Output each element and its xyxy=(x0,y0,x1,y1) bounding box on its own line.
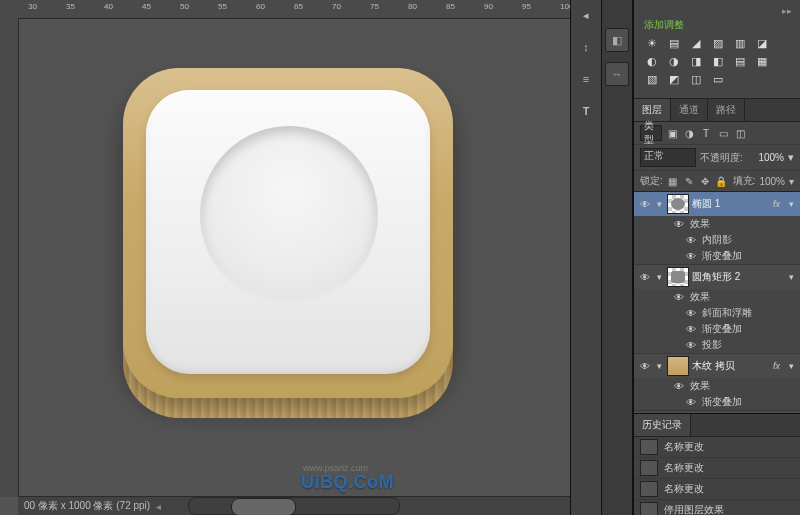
lock-pixels-icon[interactable]: ✎ xyxy=(683,176,695,187)
layer-filter-kind[interactable]: 类型 xyxy=(640,125,662,141)
effect-inner-shadow[interactable]: 👁内阴影 xyxy=(634,232,800,248)
adj-gradientmap-icon[interactable]: ◫ xyxy=(688,72,704,86)
chevron-down-icon[interactable]: ▾ xyxy=(789,176,794,187)
adj-curves-icon[interactable]: ◢ xyxy=(688,36,704,50)
opacity-value[interactable]: 100% xyxy=(758,152,784,163)
visibility-toggle-icon[interactable]: 👁 xyxy=(638,272,652,283)
ruler-horizontal[interactable]: 30 35 40 45 50 55 60 65 70 75 80 85 90 9… xyxy=(18,0,570,19)
effects-header[interactable]: 👁效果 xyxy=(634,378,800,394)
blend-row: 正常 不透明度: 100% ▾ xyxy=(634,145,800,171)
chevron-down-icon[interactable]: ▾ xyxy=(655,199,664,209)
adj-invert-icon[interactable]: ▦ xyxy=(754,54,770,68)
chevron-down-icon[interactable]: ▾ xyxy=(788,151,794,164)
lock-transparency-icon[interactable]: ▦ xyxy=(667,176,679,187)
layer-item[interactable]: 👁 ▾ 木纹 拷贝 fx ▾ 👁效果 👁渐变叠加 xyxy=(634,354,800,411)
adj-levels-icon[interactable]: ▤ xyxy=(666,36,682,50)
chevron-down-icon[interactable]: ▾ xyxy=(655,361,664,371)
document-canvas[interactable] xyxy=(18,18,570,497)
type-dock-icon[interactable]: T xyxy=(577,102,595,120)
ruler-vertical[interactable] xyxy=(0,18,19,497)
effect-drop-shadow[interactable]: 👁投影 xyxy=(634,337,800,353)
visibility-toggle-icon[interactable]: 👁 xyxy=(638,199,652,210)
blend-mode-select[interactable]: 正常 xyxy=(640,148,696,167)
fx-badge[interactable]: fx xyxy=(769,361,784,371)
effect-gradient-overlay[interactable]: 👁渐变叠加 xyxy=(634,248,800,264)
layer-name[interactable]: 椭圆 1 xyxy=(692,197,766,211)
lock-position-icon[interactable]: ✥ xyxy=(699,176,711,187)
watermark-site: UiBQ.CoM xyxy=(301,472,394,493)
visibility-toggle-icon[interactable]: 👁 xyxy=(638,361,652,372)
adj-colorbalance-icon[interactable]: ◐ xyxy=(644,54,660,68)
filter-pixel-icon[interactable]: ▣ xyxy=(665,126,679,140)
fill-value[interactable]: 100% xyxy=(759,176,785,187)
scrollbar-horizontal[interactable] xyxy=(188,497,400,515)
layer-row[interactable]: 👁 ▾ 木纹 拷贝 fx ▾ xyxy=(634,354,800,378)
adj-posterize-icon[interactable]: ▧ xyxy=(644,72,660,86)
tab-paths[interactable]: 路径 xyxy=(708,99,745,121)
history-item[interactable]: 停用图层效果 xyxy=(634,500,800,515)
effects-header[interactable]: 👁效果 xyxy=(634,289,800,305)
menu-icon[interactable]: ≡ xyxy=(577,70,595,88)
dock-measure-icon[interactable]: ↔ xyxy=(605,62,629,86)
filter-type-icon[interactable]: T xyxy=(699,126,713,140)
status-bar: 00 像素 x 1000 像素 (72 ppi) ◂ xyxy=(18,496,570,515)
chevron-down-icon[interactable]: ▾ xyxy=(787,361,796,371)
adj-selectivecolor-icon[interactable]: ▭ xyxy=(710,72,726,86)
ruler-mark: 35 xyxy=(66,2,75,11)
lock-all-icon[interactable]: 🔒 xyxy=(715,176,727,187)
chevron-down-icon[interactable]: ▾ xyxy=(787,199,796,209)
layer-row[interactable]: 👁 ▾ 圆角矩形 2 ▾ xyxy=(634,265,800,289)
ruler-mark: 45 xyxy=(142,2,151,11)
dock-3d-icon[interactable]: ◧ xyxy=(605,28,629,52)
layer-item[interactable]: 👁 ▾ 圆角矩形 2 ▾ 👁效果 👁斜面和浮雕 👁渐变叠加 👁投影 xyxy=(634,265,800,354)
tab-layers[interactable]: 图层 xyxy=(634,99,671,121)
layer-thumbnail[interactable] xyxy=(667,194,689,214)
adj-bw-icon[interactable]: ◑ xyxy=(666,54,682,68)
lock-label: 锁定: xyxy=(640,174,663,188)
layer-row[interactable]: 👁 ▾ 椭圆 1 fx ▾ xyxy=(634,192,800,216)
ruler-mark: 100 xyxy=(560,2,570,11)
layer-thumbnail[interactable] xyxy=(667,267,689,287)
tab-history[interactable]: 历史记录 xyxy=(634,414,691,436)
collapse-panel-icon[interactable]: ▸▸ xyxy=(642,6,792,16)
arrows-icon[interactable]: ↕ xyxy=(577,38,595,56)
adj-threshold-icon[interactable]: ◩ xyxy=(666,72,682,86)
canvas-area[interactable]: 30 35 40 45 50 55 60 65 70 75 80 85 90 9… xyxy=(0,0,570,515)
expand-panels-icon[interactable]: ◂ xyxy=(577,6,595,24)
ruler-mark: 60 xyxy=(256,2,265,11)
chevron-down-icon[interactable]: ▾ xyxy=(787,272,796,282)
effect-gradient-overlay[interactable]: 👁渐变叠加 xyxy=(634,394,800,410)
history-item[interactable]: 名称更改 xyxy=(634,479,800,500)
adj-vibrance-icon[interactable]: ▥ xyxy=(732,36,748,50)
scrollbar-thumb[interactable] xyxy=(231,498,296,515)
layer-name[interactable]: 圆角矩形 2 xyxy=(692,270,784,284)
adj-colorlookup-icon[interactable]: ▤ xyxy=(732,54,748,68)
adjustments-panel: ▸▸ 添加调整 ☀ ▤ ◢ ▨ ▥ ◪ ◐ ◑ ◨ ◧ ▤ ▦ ▧ ◩ ◫ xyxy=(634,0,800,99)
history-item[interactable]: 名称更改 xyxy=(634,458,800,479)
chevron-down-icon[interactable]: ▾ xyxy=(655,272,664,282)
layer-thumbnail[interactable] xyxy=(667,356,689,376)
tab-channels[interactable]: 通道 xyxy=(671,99,708,121)
adj-hue-icon[interactable]: ◪ xyxy=(754,36,770,50)
opacity-label: 不透明度: xyxy=(700,151,743,165)
history-list[interactable]: 名称更改 名称更改 名称更改 停用图层效果 xyxy=(634,437,800,515)
layer-filter-row: 类型 ▣ ◑ T ▭ ◫ xyxy=(634,122,800,145)
layer-list[interactable]: 👁 ▾ 椭圆 1 fx ▾ 👁效果 👁内阴影 👁渐变叠加 👁 ▾ 圆角矩形 2 xyxy=(634,192,800,413)
layer-name[interactable]: 木纹 拷贝 xyxy=(692,359,766,373)
status-caret-icon[interactable]: ◂ xyxy=(156,501,161,512)
adj-exposure-icon[interactable]: ▨ xyxy=(710,36,726,50)
filter-adjust-icon[interactable]: ◑ xyxy=(682,126,696,140)
ruler-mark: 85 xyxy=(446,2,455,11)
adj-photofilter-icon[interactable]: ◨ xyxy=(688,54,704,68)
effects-header[interactable]: 👁效果 xyxy=(634,216,800,232)
history-item[interactable]: 名称更改 xyxy=(634,437,800,458)
adj-channelmixer-icon[interactable]: ◧ xyxy=(710,54,726,68)
layer-item[interactable]: 👁 ▾ 椭圆 1 fx ▾ 👁效果 👁内阴影 👁渐变叠加 xyxy=(634,192,800,265)
adj-brightness-icon[interactable]: ☀ xyxy=(644,36,660,50)
ruler-origin[interactable] xyxy=(0,0,19,19)
effect-gradient-overlay[interactable]: 👁渐变叠加 xyxy=(634,321,800,337)
filter-shape-icon[interactable]: ▭ xyxy=(716,126,730,140)
effect-bevel[interactable]: 👁斜面和浮雕 xyxy=(634,305,800,321)
filter-smart-icon[interactable]: ◫ xyxy=(733,126,747,140)
fx-badge[interactable]: fx xyxy=(769,199,784,209)
